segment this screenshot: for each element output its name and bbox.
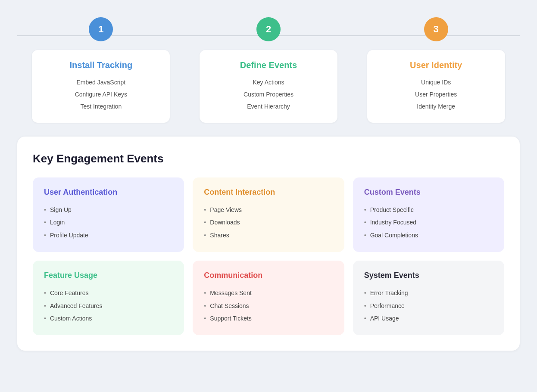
section-title: Key Engagement Events: [33, 152, 504, 165]
step-1-item-0: Embed JavaScript: [44, 76, 158, 88]
event-card-5-item-2: API Usage: [364, 312, 493, 325]
step-3-circle: 3: [424, 17, 448, 41]
event-card-3-item-2: Custom Actions: [44, 312, 173, 325]
event-card-4: Communication Messages Sent Chat Session…: [193, 261, 344, 335]
event-card-5-title: System Events: [364, 271, 493, 280]
event-card-1-item-0: Page Views: [204, 204, 333, 216]
step-1-item-1: Configure API Keys: [44, 88, 158, 100]
main-section: Key Engagement Events User Authenticatio…: [17, 137, 520, 351]
event-card-3: Feature Usage Core Features Advanced Fea…: [33, 261, 184, 335]
step-1-item-2: Test Integration: [44, 100, 158, 112]
events-grid: User Authentication Sign Up Login Profil…: [33, 177, 504, 335]
step-3-number: 3: [434, 24, 439, 35]
event-card-0-item-0: Sign Up: [44, 204, 173, 216]
step-3-title: User Identity: [379, 60, 493, 70]
event-card-4-item-1: Chat Sessions: [204, 300, 333, 312]
step-1-number: 1: [98, 24, 103, 35]
event-card-1-item-1: Downloads: [204, 216, 333, 229]
event-card-5-item-0: Error Tracking: [364, 287, 493, 299]
event-card-3-item-0: Core Features: [44, 287, 173, 299]
step-2-col: 2 Define Events Key Actions Custom Prope…: [185, 17, 353, 123]
step-2-title: Define Events: [212, 60, 325, 70]
step-2-circle: 2: [256, 17, 281, 41]
step-2-item-1: Custom Properties: [212, 88, 325, 100]
event-card-1-title: Content Interaction: [204, 188, 333, 197]
event-card-2-item-0: Product Specific: [364, 204, 493, 216]
step-2-item-2: Event Hierarchy: [212, 100, 325, 112]
event-card-2-item-1: Industry Focused: [364, 216, 493, 229]
event-card-2: Custom Events Product Specific Industry …: [353, 177, 504, 252]
event-card-2-title: Custom Events: [364, 188, 493, 197]
event-card-1: Content Interaction Page Views Downloads…: [193, 177, 344, 252]
event-card-0-item-1: Login: [44, 216, 173, 229]
event-card-5-list: Error Tracking Performance API Usage: [364, 287, 493, 325]
event-card-3-item-1: Advanced Features: [44, 300, 173, 312]
step-3-item-1: User Properties: [379, 88, 493, 100]
event-card-0: User Authentication Sign Up Login Profil…: [33, 177, 184, 252]
event-card-1-item-2: Shares: [204, 229, 333, 242]
step-1-circle: 1: [89, 17, 113, 41]
step-2-number: 2: [266, 24, 271, 35]
stepper: 1 Install Tracking Embed JavaScript Conf…: [17, 17, 520, 123]
event-card-4-item-0: Messages Sent: [204, 287, 333, 299]
step-1-card: Install Tracking Embed JavaScript Config…: [32, 50, 170, 123]
event-card-5: System Events Error Tracking Performance…: [353, 261, 504, 335]
step-1-title: Install Tracking: [44, 60, 158, 70]
step-3-card: User Identity Unique IDs User Properties…: [367, 50, 505, 123]
event-card-0-item-2: Profile Update: [44, 229, 173, 242]
event-card-3-title: Feature Usage: [44, 271, 173, 280]
event-card-4-item-2: Support Tickets: [204, 312, 333, 325]
event-card-2-item-2: Goal Completions: [364, 229, 493, 242]
step-3-col: 3 User Identity Unique IDs User Properti…: [352, 17, 520, 123]
step-3-item-2: Identity Merge: [379, 100, 493, 112]
event-card-4-title: Communication: [204, 271, 333, 280]
step-3-item-0: Unique IDs: [379, 76, 493, 88]
step-2-card: Define Events Key Actions Custom Propert…: [200, 50, 337, 123]
event-card-2-list: Product Specific Industry Focused Goal C…: [364, 204, 493, 242]
event-card-4-list: Messages Sent Chat Sessions Support Tick…: [204, 287, 333, 325]
event-card-1-list: Page Views Downloads Shares: [204, 204, 333, 242]
event-card-0-title: User Authentication: [44, 188, 173, 197]
step-2-item-0: Key Actions: [212, 76, 325, 88]
event-card-0-list: Sign Up Login Profile Update: [44, 204, 173, 242]
event-card-5-item-1: Performance: [364, 300, 493, 312]
event-card-3-list: Core Features Advanced Features Custom A…: [44, 287, 173, 325]
step-1-col: 1 Install Tracking Embed JavaScript Conf…: [17, 17, 185, 123]
